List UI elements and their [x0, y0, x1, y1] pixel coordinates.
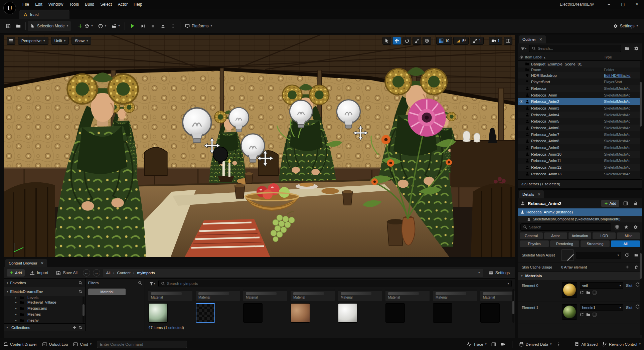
details-favorites-button[interactable] [623, 223, 630, 231]
asset-tile[interactable]: Material [480, 289, 515, 301]
tab-content-browser[interactable]: Content Browser ✕ [5, 259, 47, 267]
filters-header[interactable]: Filters [86, 279, 145, 287]
menu-window[interactable]: Window [45, 0, 66, 9]
view-mode-dropdown[interactable]: Unlit▾ [51, 37, 69, 45]
asset-thumbnail[interactable] [148, 303, 168, 323]
tab-rendering[interactable]: Rendering [550, 240, 579, 247]
outliner-row[interactable]: Rebecca_Anim11SkeletalMeshAc [518, 158, 642, 164]
outliner-settings-button[interactable] [633, 45, 640, 52]
tab-outliner[interactable]: Outliner ✕ [519, 35, 546, 43]
derived-data-options-button[interactable] [556, 342, 561, 347]
outliner-row[interactable]: Rebecca_Anim7SkeletalMeshAc [518, 131, 642, 138]
asset-tile[interactable]: Material [196, 289, 240, 301]
tree-item-levels[interactable]: ▸Levels [4, 296, 85, 299]
breadcrumb-all[interactable]: All [106, 271, 111, 275]
material-dropdown-element0[interactable]: veil▾ [580, 282, 623, 289]
tab-general[interactable]: General [520, 232, 543, 239]
reset-to-default-button[interactable] [635, 282, 640, 287]
details-display-button[interactable] [613, 223, 621, 231]
asset-thumbnail[interactable] [385, 303, 405, 323]
menu-tools[interactable]: Tools [66, 0, 82, 9]
tab-physics[interactable]: Physics [520, 240, 549, 247]
outliner-row[interactable]: Rebecca_Anim4SkeletalMeshAc [518, 112, 642, 118]
blueprints-dropdown[interactable]: ▾ [96, 21, 109, 31]
use-selected-asset-button[interactable] [580, 291, 584, 295]
trace-dropdown[interactable]: Trace ▾ [467, 342, 487, 347]
tab-animation[interactable]: Animation [569, 232, 592, 239]
material-dropdown-element1[interactable]: hennin1▾ [580, 304, 623, 311]
maximize-viewport-button[interactable] [504, 37, 512, 45]
use-selected-asset-button[interactable] [580, 313, 584, 317]
outliner-row[interactable]: Rebecca_Anim8SkeletalMeshAc [518, 138, 642, 145]
console-command-input[interactable] [100, 342, 184, 346]
rotate-tool-button[interactable] [402, 37, 411, 45]
project-root-item[interactable]: ▾ ElectricDreamsEnv [4, 287, 85, 296]
menu-actor[interactable]: Actor [115, 0, 131, 9]
close-icon[interactable]: ✕ [537, 192, 540, 197]
outliner-row[interactable]: RoomFolder [518, 67, 642, 72]
save-button[interactable] [3, 21, 13, 31]
viewport-scene[interactable] [4, 35, 515, 257]
show-dropdown[interactable]: Show▾ [71, 37, 91, 45]
stop-button[interactable] [148, 21, 158, 31]
breadcrumb[interactable]: All › Content › myimports ▾ [103, 269, 483, 277]
asset-thumbnail[interactable] [338, 303, 357, 323]
outliner-row[interactable]: RebeccaSkeletalMeshAc [518, 85, 642, 92]
tree-item-meshy[interactable]: ▸meshy [4, 317, 85, 323]
unreal-engine-logo[interactable]: U [3, 2, 16, 14]
tab-misc[interactable]: Misc [617, 232, 640, 239]
add-actor-dropdown[interactable]: ▾ [75, 21, 96, 31]
camera-speed-control[interactable]: 1 [489, 37, 502, 45]
outliner-row[interactable]: Rebecca_Anim3SkeletalMeshAc [518, 105, 642, 112]
content-browser-settings-button[interactable]: Settings [486, 269, 512, 277]
asset-tile[interactable]: Material [433, 289, 477, 301]
add-component-button[interactable]: Add [601, 200, 619, 207]
outliner-search-input[interactable] [538, 46, 619, 50]
outliner-search[interactable] [529, 45, 621, 52]
details-view-options-button[interactable] [622, 200, 629, 207]
eject-button[interactable] [158, 21, 168, 31]
tree-item-meshes[interactable]: ▸Meshes [4, 311, 85, 317]
output-log-button[interactable]: Output Log [42, 342, 68, 347]
clear-array-button[interactable] [633, 264, 640, 271]
scale-tool-button[interactable] [413, 37, 421, 45]
outliner-row[interactable]: Rebecca_Anim12SkeletalMeshAc [518, 164, 642, 171]
outliner-row[interactable]: Rebecca_Anim6SkeletalMeshAc [518, 125, 642, 131]
edit-hdribackdrop-link[interactable]: Edit HDRIBackd [604, 73, 639, 77]
tab-streaming[interactable]: Streaming [581, 240, 610, 247]
outliner-row[interactable]: Banquet_Example_Scene_01 [518, 61, 642, 67]
details-search-input[interactable] [529, 225, 609, 229]
outliner-row[interactable]: Rebecca_Anim13SkeletalMeshAc [518, 171, 642, 177]
outliner-row[interactable]: Rebecca_Anim10SkeletalMeshAc [518, 151, 642, 158]
outliner-scrollbar[interactable] [640, 61, 642, 178]
asset-thumbnail[interactable] [480, 303, 500, 323]
tab-details[interactable]: Details ✕ [519, 190, 544, 198]
source-control-save-status[interactable]: All Saved [575, 342, 598, 347]
import-button[interactable]: Import [27, 269, 51, 277]
menu-build[interactable]: Build [82, 0, 97, 9]
frame-skip-button[interactable] [138, 21, 148, 31]
cmd-dropdown[interactable]: Cmd ▾ [73, 342, 92, 347]
grid-snap-toggle[interactable]: 10 [436, 37, 452, 45]
component-tree-root-selected[interactable]: Rebecca_Anim2 (Instance) [518, 208, 642, 216]
material-options-icon[interactable] [593, 291, 597, 295]
select-tool-button[interactable] [382, 37, 391, 45]
outliner-row[interactable]: Rebecca_Anim9SkeletalMeshAc [518, 144, 642, 151]
forward-button[interactable]: → [93, 269, 100, 277]
editor-mode-dropdown[interactable]: Selection Mode ▾ [28, 21, 71, 31]
outliner-row[interactable]: Rebecca_Anim5SkeletalMeshAc [518, 118, 642, 125]
browse-content-button[interactable] [13, 21, 23, 31]
level-viewport[interactable]: Perspective▾ Unlit▾ Show▾ 10 5° [4, 35, 515, 257]
minimize-button[interactable]: – [602, 0, 616, 9]
menu-file[interactable]: File [19, 0, 32, 9]
tab-actor[interactable]: Actor [544, 232, 567, 239]
asset-tile[interactable]: Material [385, 289, 430, 301]
asset-thumbnail-selected[interactable] [196, 303, 215, 323]
details-settings-button[interactable] [632, 223, 639, 231]
outliner-row-selected[interactable]: Rebecca_Anim2SkeletalMeshAc [518, 98, 642, 105]
content-drawer-button[interactable]: Content Drawer [3, 342, 37, 347]
browse-to-asset-button[interactable] [586, 313, 590, 317]
breadcrumb-myimports[interactable]: myimports [137, 271, 155, 275]
tree-scrollbar[interactable] [83, 297, 85, 323]
perspective-dropdown[interactable]: Perspective▾ [18, 37, 48, 45]
